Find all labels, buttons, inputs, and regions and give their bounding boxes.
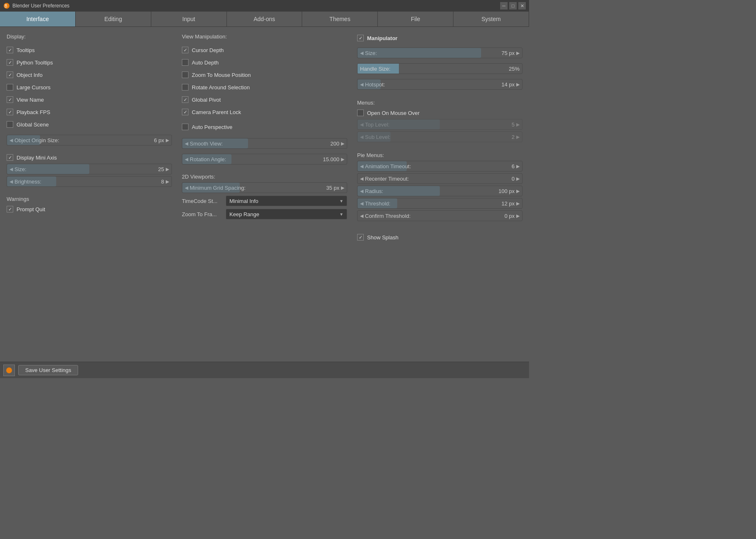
mini-axis-row[interactable]: Display Mini Axis bbox=[7, 153, 172, 162]
threshold-arrow-left[interactable]: ◀ bbox=[360, 201, 363, 206]
top-level-arrow-right[interactable]: ▶ bbox=[516, 122, 520, 127]
zoom-frame-dropdown[interactable]: Keep Range ▼ bbox=[226, 209, 347, 219]
global-pivot-checkbox[interactable] bbox=[182, 96, 188, 103]
viewports-2d-title: 2D Viewports: bbox=[182, 174, 347, 180]
smooth-view-slider[interactable]: ◀ Smooth View: 200 ▶ bbox=[182, 138, 347, 149]
timecode-dropdown[interactable]: Minimal Info ▼ bbox=[226, 196, 347, 206]
object-info-checkbox[interactable] bbox=[7, 72, 13, 78]
view-name-row[interactable]: View Name bbox=[7, 95, 172, 104]
top-level-arrow-left[interactable]: ◀ bbox=[360, 122, 363, 127]
mini-axis-size-slider[interactable]: ◀ Size: 25 ▶ bbox=[7, 164, 172, 174]
tab-file[interactable]: File bbox=[378, 12, 453, 26]
recenter-timeout-arrow-left[interactable]: ◀ bbox=[360, 176, 363, 181]
recenter-timeout-slider[interactable]: ◀ Recenter Timeout: 0 ▶ bbox=[357, 173, 522, 184]
mini-axis-brightness-slider[interactable]: ◀ Brightness: 8 ▶ bbox=[7, 176, 172, 187]
mini-brightness-arrow-right[interactable]: ▶ bbox=[166, 179, 169, 184]
threshold-slider[interactable]: ◀ Threshold: 12 px ▶ bbox=[357, 198, 522, 209]
tab-themes[interactable]: Themes bbox=[302, 12, 378, 26]
hotspot-arrow-right[interactable]: ▶ bbox=[516, 82, 520, 87]
anim-timeout-arrow-left[interactable]: ◀ bbox=[360, 164, 363, 169]
tab-system[interactable]: System bbox=[453, 12, 529, 26]
rotate-selection-checkbox[interactable] bbox=[182, 84, 188, 91]
camera-parent-lock-checkbox[interactable] bbox=[182, 109, 188, 115]
large-cursors-row[interactable]: Large Cursors bbox=[7, 83, 172, 92]
auto-depth-row[interactable]: Auto Depth bbox=[182, 58, 347, 67]
auto-depth-checkbox[interactable] bbox=[182, 59, 188, 66]
camera-parent-lock-row[interactable]: Camera Parent Lock bbox=[182, 107, 347, 117]
manip-size-arrow-right[interactable]: ▶ bbox=[516, 50, 520, 56]
radius-arrow-left[interactable]: ◀ bbox=[360, 188, 363, 194]
mini-axis-checkbox[interactable] bbox=[7, 154, 13, 161]
min-grid-arrow-left[interactable]: ◀ bbox=[185, 185, 188, 191]
cursor-depth-checkbox[interactable] bbox=[182, 47, 188, 53]
tab-addons[interactable]: Add-ons bbox=[227, 12, 303, 26]
rotation-angle-slider[interactable]: ◀ Rotation Angle: 15.000 ▶ bbox=[182, 154, 347, 165]
open-mouse-over-row[interactable]: Open On Mouse Over bbox=[357, 108, 522, 117]
camera-parent-lock-label: Camera Parent Lock bbox=[192, 109, 241, 115]
smooth-view-arrow-left[interactable]: ◀ bbox=[185, 141, 188, 146]
mini-size-arrow-right[interactable]: ▶ bbox=[166, 167, 169, 172]
min-grid-slider[interactable]: ◀ Minimum Grid Spacing: 35 px ▶ bbox=[182, 182, 347, 193]
tooltips-checkbox[interactable] bbox=[7, 47, 13, 53]
manipulator-size-slider[interactable]: ◀ Size: 75 px ▶ bbox=[357, 48, 522, 58]
confirm-threshold-arrow-left[interactable]: ◀ bbox=[360, 213, 363, 219]
playback-fps-checkbox[interactable] bbox=[7, 109, 13, 115]
object-origin-size-slider[interactable]: ◀ Object Origin Size: 6 px ▶ bbox=[7, 135, 172, 145]
prompt-quit-row[interactable]: Prompt Quit bbox=[7, 205, 172, 214]
close-button[interactable]: ✕ bbox=[518, 2, 526, 10]
python-tooltips-checkbox[interactable] bbox=[7, 59, 13, 66]
footer-icon-left[interactable] bbox=[3, 365, 15, 376]
handle-size-slider[interactable]: Handle Size: 25% bbox=[357, 63, 522, 74]
animation-timeout-slider[interactable]: ◀ Animation Timeout: 6 ▶ bbox=[357, 161, 522, 172]
save-user-settings-button[interactable]: Save User Settings bbox=[18, 365, 78, 375]
zoom-mouse-row[interactable]: Zoom To Mouse Position bbox=[182, 70, 347, 79]
rotation-angle-arrow-right[interactable]: ▶ bbox=[341, 157, 344, 162]
show-splash-row[interactable]: Show Splash bbox=[357, 233, 522, 242]
global-pivot-row[interactable]: Global Pivot bbox=[182, 95, 347, 104]
min-grid-arrow-right[interactable]: ▶ bbox=[341, 185, 344, 191]
rotate-selection-row[interactable]: Rotate Around Selection bbox=[182, 83, 347, 92]
smooth-view-arrow-right[interactable]: ▶ bbox=[341, 141, 344, 146]
python-tooltips-row[interactable]: Python Tooltips bbox=[7, 58, 172, 67]
recenter-timeout-arrow-right[interactable]: ▶ bbox=[516, 176, 520, 181]
tab-input[interactable]: Input bbox=[151, 12, 227, 26]
tooltips-row[interactable]: Tooltips bbox=[7, 45, 172, 55]
radius-slider[interactable]: ◀ Radius: 100 px ▶ bbox=[357, 186, 522, 196]
hotspot-slider[interactable]: ◀ Hotspot: 14 px ▶ bbox=[357, 79, 522, 90]
tab-editing[interactable]: Editing bbox=[76, 12, 151, 26]
zoom-mouse-checkbox[interactable] bbox=[182, 72, 188, 78]
playback-fps-row[interactable]: Playback FPS bbox=[7, 107, 172, 117]
show-splash-checkbox[interactable] bbox=[357, 234, 364, 241]
confirm-threshold-slider[interactable]: ◀ Confirm Threshold: 0 px ▶ bbox=[357, 210, 522, 221]
sub-level-arrow-left[interactable]: ◀ bbox=[360, 134, 363, 140]
large-cursors-checkbox[interactable] bbox=[7, 84, 13, 91]
tab-interface[interactable]: Interface bbox=[0, 12, 76, 26]
mini-brightness-arrow-left[interactable]: ◀ bbox=[10, 179, 13, 184]
origin-size-arrow-right[interactable]: ▶ bbox=[166, 138, 169, 143]
threshold-arrow-right[interactable]: ▶ bbox=[516, 201, 520, 206]
view-name-checkbox[interactable] bbox=[7, 96, 13, 103]
manip-size-arrow-left[interactable]: ◀ bbox=[360, 50, 363, 56]
sub-level-slider[interactable]: ◀ Sub Level: 2 ▶ bbox=[357, 131, 522, 142]
sub-level-arrow-right[interactable]: ▶ bbox=[516, 134, 520, 140]
confirm-threshold-arrow-right[interactable]: ▶ bbox=[516, 213, 520, 219]
open-mouse-over-checkbox[interactable] bbox=[357, 110, 364, 116]
mini-size-arrow-left[interactable]: ◀ bbox=[10, 167, 13, 172]
auto-perspective-checkbox[interactable] bbox=[182, 124, 188, 130]
global-scene-row[interactable]: Global Scene bbox=[7, 120, 172, 129]
minimize-button[interactable]: ─ bbox=[500, 2, 508, 10]
manipulator-checkbox[interactable] bbox=[357, 35, 364, 41]
global-scene-checkbox[interactable] bbox=[7, 121, 13, 128]
cursor-depth-row[interactable]: Cursor Depth bbox=[182, 45, 347, 55]
rotation-angle-arrow-left[interactable]: ◀ bbox=[185, 157, 188, 162]
manipulator-row[interactable]: Manipulator bbox=[357, 33, 522, 43]
hotspot-arrow-left[interactable]: ◀ bbox=[360, 82, 363, 87]
auto-perspective-row[interactable]: Auto Perspective bbox=[182, 122, 347, 131]
maximize-button[interactable]: □ bbox=[509, 2, 517, 10]
origin-size-arrow-left[interactable]: ◀ bbox=[10, 138, 13, 143]
top-level-slider[interactable]: ◀ Top Level: 5 ▶ bbox=[357, 119, 522, 130]
object-info-row[interactable]: Object Info bbox=[7, 70, 172, 79]
radius-arrow-right[interactable]: ▶ bbox=[516, 188, 520, 194]
anim-timeout-arrow-right[interactable]: ▶ bbox=[516, 164, 520, 169]
prompt-quit-checkbox[interactable] bbox=[7, 206, 13, 212]
